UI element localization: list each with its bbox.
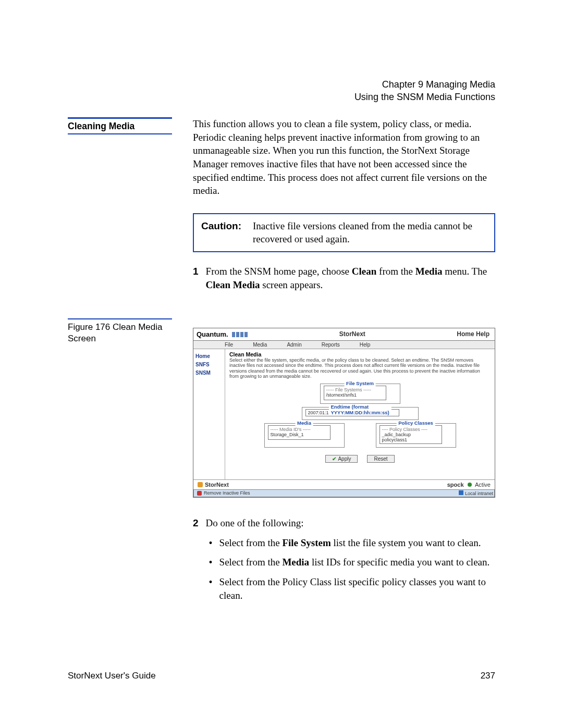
step-number: 2 [193,516,199,602]
step-text: From the SNSM home page, choose Clean fr… [206,265,495,292]
figure-caption: Figure 176 Clean Media Screen [68,318,172,498]
media-group: Media ----- Media ID's ----- Storage_Dis… [264,423,345,448]
active-dot-icon [468,483,472,487]
filesystem-group: File System ----- File Systems ----- /st… [320,384,400,404]
menu-reports[interactable]: Reports [322,342,340,348]
sidebar: Home SNFS SNSM [193,349,225,479]
panel-title: Clean Media [229,351,491,357]
reset-button[interactable]: Reset [367,455,394,463]
status-icon [197,491,202,496]
page: Chapter 9 Managing Media Using the SNSM … [0,0,563,728]
bullet-list: Select from the File System list the fil… [206,536,495,602]
stornext-icon [198,482,203,487]
screenshot-footer: StorNext spock Active [193,479,495,489]
page-footer: StorNext User's Guide 237 [68,671,495,681]
menu-media[interactable]: Media [253,342,267,348]
bullet-policy: Select from the Policy Class list specif… [206,575,495,602]
endtime-legend: Endtime (format YYYY:MM:DD:hh:mm:ss) [328,404,391,415]
intranet-icon [459,490,463,495]
chapter-title: Chapter 9 Managing Media [354,78,495,91]
policy-legend: Policy Classes [396,420,435,426]
step-2: 2 Do one of the following: Select from t… [193,516,495,602]
sidebar-snfs[interactable]: SNFS [195,361,223,369]
menu-file[interactable]: File [225,342,233,348]
menu-help[interactable]: Help [360,342,371,348]
intro-paragraph: This function allows you to clean a file… [193,117,495,198]
policy-group: Policy Classes ---- Policy Classes ---- … [376,423,456,448]
apply-button[interactable]: ✔Apply [325,455,358,463]
caution-box: Caution: Inactive file versions cleaned … [193,213,495,252]
endtime-group: Endtime (format YYYY:MM:DD:hh:mm:ss) 200… [302,407,419,420]
step-text: Do one of the following: [206,516,495,530]
bullet-media: Select from the Media list IDs for speci… [206,556,495,569]
menu-bar: File Media Admin Reports Help [193,341,495,349]
bullet-filesystem: Select from the File System list the fil… [206,536,495,550]
sidebar-snsm[interactable]: SNSM [195,369,223,377]
policy-listbox[interactable]: ---- Policy Classes ---- _adic_backup po… [380,425,442,444]
filesystem-legend: File System [344,380,376,386]
caution-text: Inactive file versions cleaned from the … [253,219,487,246]
section-title: Using the SNSM Media Functions [354,91,495,103]
section-heading: Cleaning Media [68,117,172,134]
media-listbox[interactable]: ----- Media ID's ----- Storage_Disk_1 [268,425,331,440]
brand-logo: Quantum. [197,330,248,338]
help-links[interactable]: Home Help [457,330,489,338]
browser-status-bar: Remove Inactive Files Local intranet [193,489,495,497]
running-header: Chapter 9 Managing Media Using the SNSM … [354,78,495,104]
footer-page-number: 237 [481,671,495,681]
step-number: 1 [193,265,199,292]
step-1: 1 From the SNSM home page, choose Clean … [193,265,495,292]
menu-admin[interactable]: Admin [287,342,301,348]
media-legend: Media [295,420,313,426]
app-title: StorNext [248,330,457,338]
screenshot-clean-media: Quantum. StorNext Home Help File Media A… [193,328,495,498]
filesystem-listbox[interactable]: ----- File Systems ----- /stornext/snfs1 [324,386,386,400]
sidebar-home[interactable]: Home [195,352,223,361]
panel-description: Select either the file system, specific … [229,357,491,379]
footer-status: spock Active [447,482,491,488]
footer-left: StorNext User's Guide [68,671,156,681]
caution-label: Caution: [201,219,241,246]
